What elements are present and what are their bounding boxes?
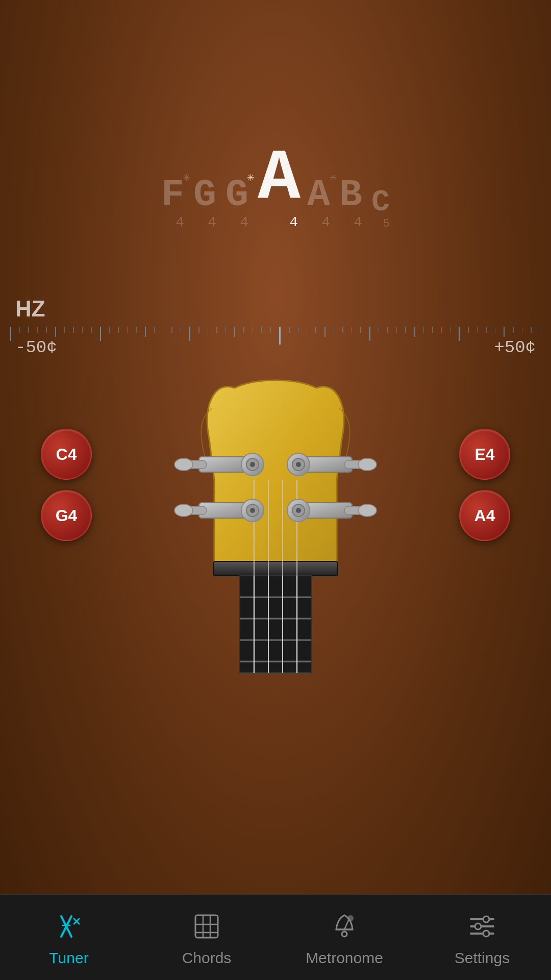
svg-point-57 [483,930,489,937]
metronome-icon [327,909,362,944]
meter-tick [379,327,380,333]
meter-tick [334,327,335,333]
tuning-meter: -50¢ +50¢ [0,327,551,357]
sharp-symbol: ✳ [182,172,191,181]
tuner-icon [51,909,87,944]
meter-tick [441,327,442,333]
meter-tick [342,327,343,333]
string-g4-button[interactable]: G4 [41,490,92,541]
meter-tick [136,327,137,333]
headstock-svg [168,373,383,679]
meter-tick [37,327,38,333]
meter-tick [486,327,487,333]
nav-item-metronome[interactable]: Metronome [276,909,413,967]
string-c4-label: C4 [56,445,77,464]
note-display: F ✳ 4 G 4 G ✳ 4 A 4 A ✳ 4 B 4 C 5 [0,143,551,234]
meter-tick [55,327,56,337]
meter-tick [145,327,146,337]
hz-label: HZ [15,296,45,322]
settings-nav-label: Settings [455,949,510,967]
string-e4-button[interactable]: E4 [459,429,510,480]
bottom-nav: Tuner Chords [0,894,551,980]
meter-tick [189,327,190,341]
meter-tick [171,327,172,333]
svg-point-25 [174,504,193,517]
meter-tick [450,327,451,333]
meter-tick [360,327,361,333]
meter-ticks [10,327,541,347]
meter-tick [181,327,182,333]
meter-tick [352,327,353,333]
meter-tick [154,327,155,333]
note-f4: F ✳ 4 [161,176,184,234]
meter-tick [504,327,505,337]
svg-point-31 [358,458,377,471]
meter-tick [73,327,74,333]
meter-tick [459,327,460,341]
svg-point-49 [342,932,347,937]
meter-tick [46,327,47,333]
note-c5: C 5 [371,187,390,234]
meter-tick [387,327,388,333]
meter-tick [307,327,308,333]
meter-tick [163,327,164,333]
meter-label-right: +50¢ [494,338,536,357]
svg-point-55 [483,916,489,922]
svg-point-23 [250,508,255,513]
meter-tick [298,327,299,333]
nav-item-settings[interactable]: Settings [413,909,551,967]
metronome-nav-label: Metronome [306,949,383,967]
sharp-symbol2: ✳ [328,172,337,181]
meter-tick [226,327,227,333]
string-e4-label: E4 [474,445,494,464]
string-a4-button[interactable]: A4 [459,490,510,541]
meter-tick [369,327,370,341]
meter-tick [10,327,11,341]
chords-nav-label: Chords [182,949,232,967]
meter-tick [279,327,281,345]
meter-tick [64,327,65,333]
meter-tick [234,327,235,337]
note-asharp4: A ✳ 4 [307,176,330,234]
meter-tick [216,327,217,333]
meter-tick [253,327,254,333]
svg-point-37 [358,504,377,517]
string-g4-label: G4 [56,506,78,525]
meter-tick [19,327,20,333]
svg-point-17 [250,462,255,467]
meter-tick [243,327,244,333]
chords-icon [189,909,224,944]
meter-tick [405,327,406,333]
meter-tick [198,327,199,333]
sharp-symbol-active: ✳ [246,172,256,181]
meter-tick [127,327,128,333]
meter-tick [289,327,290,333]
meter-tick [324,327,325,337]
tuner-nav-label: Tuner [49,949,88,967]
meter-tick [414,327,415,337]
meter-tick [208,327,209,333]
meter-tick [315,327,316,333]
meter-tick [477,327,478,333]
nav-item-tuner[interactable]: Tuner [0,909,138,967]
meter-tick [91,327,92,333]
string-c4-button[interactable]: C4 [41,429,92,480]
meter-tick [261,327,262,333]
string-a4-label: A4 [474,506,495,525]
svg-point-35 [296,508,301,513]
meter-label-left: -50¢ [15,338,57,357]
svg-point-56 [475,923,481,929]
headstock [168,373,383,679]
nav-item-chords[interactable]: Chords [138,909,276,967]
meter-tick [100,327,101,341]
meter-tick [118,327,119,333]
meter-tick [495,327,496,333]
note-gsharp4: G ✳ 4 [226,176,248,234]
meter-tick [82,327,83,333]
meter-tick [540,327,541,333]
settings-icon [464,909,500,944]
meter-tick [423,327,424,333]
note-b4: B 4 [339,176,362,234]
meter-tick [432,327,433,333]
meter-tick [396,327,397,333]
